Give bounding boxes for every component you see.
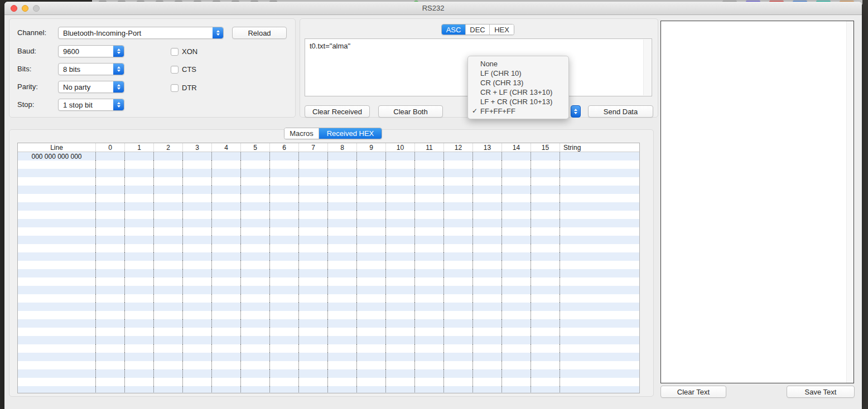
menu-item[interactable]: ✓FF+FF+FF [468, 106, 568, 116]
table-row[interactable] [18, 353, 639, 361]
hex-cell [473, 244, 502, 252]
hex-cell [415, 227, 444, 236]
table-row[interactable] [18, 186, 639, 194]
title-bar[interactable]: RS232 [4, 2, 862, 15]
hex-cell [270, 277, 299, 286]
table-row[interactable] [18, 294, 639, 303]
table-row[interactable] [18, 369, 639, 378]
hex-cell [154, 194, 183, 202]
table-row[interactable] [18, 177, 639, 186]
stop-label: Stop: [17, 100, 34, 109]
received-text-panel[interactable] [660, 21, 854, 383]
hex-cell [270, 378, 299, 386]
menu-item[interactable]: None [468, 59, 568, 69]
tab-asc[interactable]: ASC [442, 25, 466, 35]
string-cell [560, 311, 639, 319]
tab-macros[interactable]: Macros [284, 128, 319, 139]
clear-received-button[interactable]: Clear Received [305, 105, 370, 118]
hex-cell [415, 177, 444, 186]
table-row[interactable] [18, 361, 639, 369]
table-row[interactable] [18, 261, 639, 269]
hex-cell [386, 311, 415, 319]
table-row[interactable]: 000 000 000 000 [18, 152, 639, 160]
clear-both-button[interactable]: Clear Both [378, 105, 443, 118]
hex-cell [473, 353, 502, 361]
tab-dec[interactable]: DEC [466, 25, 490, 35]
hex-cell [473, 269, 502, 277]
tab-received-hex[interactable]: Received HEX [319, 128, 382, 139]
table-row[interactable] [18, 202, 639, 211]
checkbox-icon[interactable] [171, 48, 179, 56]
table-row[interactable] [18, 303, 639, 311]
string-cell [560, 186, 639, 194]
table-row[interactable] [18, 194, 639, 202]
table-row[interactable] [18, 252, 639, 261]
dtr-checkbox[interactable]: DTR [171, 84, 197, 92]
hex-cell [212, 386, 241, 393]
hex-cell [96, 244, 125, 252]
hex-cell [357, 369, 386, 378]
cts-checkbox[interactable]: CTS [171, 65, 196, 74]
table-row[interactable] [18, 219, 639, 227]
table-row[interactable] [18, 386, 639, 393]
table-row[interactable] [18, 269, 639, 277]
hex-cell [444, 261, 473, 269]
hex-cell [386, 344, 415, 353]
table-row[interactable] [18, 160, 639, 169]
xon-checkbox[interactable]: XON [171, 47, 197, 56]
hex-cell [270, 252, 299, 261]
table-row[interactable] [18, 319, 639, 328]
hex-cell [299, 177, 328, 186]
table-row[interactable] [18, 328, 639, 336]
table-row[interactable] [18, 169, 639, 177]
menu-item[interactable]: LF + CR (CHR 10+13) [468, 97, 568, 106]
clear-text-button[interactable]: Clear Text [660, 386, 726, 398]
tab-hex[interactable]: HEX [490, 25, 514, 35]
hex-cell [444, 286, 473, 294]
hex-cell [212, 252, 241, 261]
table-row[interactable] [18, 311, 639, 319]
hex-cell [473, 361, 502, 369]
bits-select[interactable]: 8 bits [58, 63, 124, 75]
hex-cell [241, 386, 270, 393]
hex-cell [241, 186, 270, 194]
hex-cell [270, 202, 299, 211]
hex-cell [96, 369, 125, 378]
column-header: 8 [328, 143, 357, 152]
checkbox-icon[interactable] [171, 66, 179, 74]
table-row[interactable] [18, 336, 639, 344]
hex-cell [241, 269, 270, 277]
line-cell [18, 227, 96, 236]
scrollbar-track[interactable] [643, 40, 651, 95]
menu-item[interactable]: CR + LF (CHR 13+10) [468, 87, 568, 97]
table-row[interactable] [18, 211, 639, 219]
table-row[interactable] [18, 227, 639, 236]
baud-select[interactable]: 9600 [58, 45, 124, 57]
menu-item[interactable]: LF (CHR 10) [468, 69, 568, 78]
hex-cell [299, 219, 328, 227]
hex-cell [473, 202, 502, 211]
hex-cell [241, 286, 270, 294]
table-row[interactable] [18, 378, 639, 386]
menu-item[interactable]: CR (CHR 13) [468, 78, 568, 87]
reload-button[interactable]: Reload [232, 27, 287, 39]
channel-select[interactable]: Bluetooth-Incoming-Port [58, 27, 224, 39]
table-row[interactable] [18, 277, 639, 286]
hex-cell [328, 261, 357, 269]
window-title: RS232 [4, 4, 862, 12]
stop-select[interactable]: 1 stop bit [58, 99, 124, 111]
parity-select[interactable]: No party [58, 81, 124, 93]
hex-cell [299, 369, 328, 378]
save-text-button[interactable]: Save Text [787, 386, 855, 398]
scrollbar-track[interactable] [846, 21, 853, 383]
hex-cell [154, 386, 183, 393]
table-row[interactable] [18, 286, 639, 294]
table-row[interactable] [18, 236, 639, 244]
line-ending-select-stepper[interactable] [571, 105, 581, 118]
hex-cell [502, 277, 531, 286]
hex-cell [415, 378, 444, 386]
checkbox-icon[interactable] [171, 84, 179, 92]
table-row[interactable] [18, 244, 639, 252]
table-row[interactable] [18, 344, 639, 353]
send-data-button[interactable]: Send Data [588, 105, 653, 118]
